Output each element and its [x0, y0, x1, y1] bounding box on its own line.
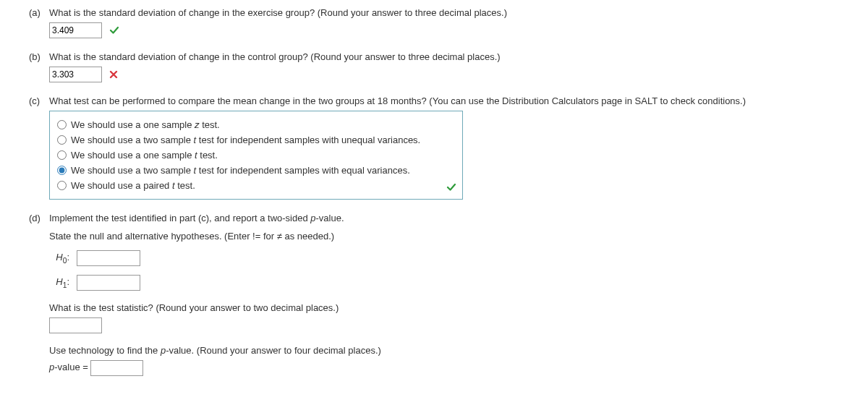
part-a-label: (a) — [29, 7, 49, 18]
choice-row: We should use a two sample t test for in… — [57, 163, 455, 178]
choice-text: We should use a one sample t test. — [71, 150, 218, 161]
h0-input[interactable] — [77, 250, 140, 266]
h1-input[interactable] — [77, 275, 140, 291]
h0-label: H0: — [49, 252, 69, 265]
part-d-line1: Implement the test identified in part (c… — [49, 213, 868, 223]
choice-row: We should use a one sample z test. — [57, 117, 455, 132]
radio-option-2[interactable] — [57, 135, 67, 145]
part-d-line2: State the null and alternative hypothese… — [49, 231, 868, 242]
h1-label: H1: — [49, 276, 69, 289]
radio-option-5[interactable] — [57, 181, 67, 190]
h1-row: H1: — [49, 275, 868, 291]
choice-text: We should use a two sample t test for in… — [71, 135, 420, 145]
part-c: (c) What test can be performed to compar… — [29, 95, 868, 200]
choice-row: We should use a paired t test. — [57, 178, 455, 193]
part-b: (b) What is the standard deviation of ch… — [29, 51, 868, 82]
h0-row: H0: — [49, 250, 868, 266]
radio-option-3[interactable] — [57, 150, 67, 160]
check-icon — [109, 25, 119, 35]
pvalue-block: Use technology to find the p-value. (Rou… — [49, 345, 868, 376]
part-a: (a) What is the standard deviation of ch… — [29, 7, 868, 38]
test-stat-question: What is the test statistic? (Round your … — [49, 302, 868, 313]
choice-row: We should use a one sample t test. — [57, 148, 455, 163]
radio-option-4[interactable] — [57, 166, 67, 175]
part-a-input[interactable] — [49, 22, 102, 38]
part-a-question: What is the standard deviation of change… — [49, 7, 868, 18]
test-stat-block: What is the test statistic? (Round your … — [49, 302, 868, 333]
part-b-question: What is the standard deviation of change… — [49, 51, 868, 62]
choice-text: We should use a two sample t test for in… — [71, 165, 410, 176]
choice-row: We should use a two sample t test for in… — [57, 132, 455, 148]
pvalue-question: Use technology to find the p-value. (Rou… — [49, 345, 868, 356]
choice-box: We should use a one sample z test. We sh… — [49, 111, 463, 200]
radio-option-1[interactable] — [57, 120, 67, 129]
choice-text: We should use a one sample z test. — [71, 119, 220, 130]
pvalue-label: p-value = — [49, 362, 90, 372]
part-d-label: (d) — [29, 213, 49, 223]
check-icon — [446, 182, 456, 195]
part-b-input[interactable] — [49, 67, 102, 82]
cross-icon — [109, 70, 118, 79]
part-c-label: (c) — [29, 95, 49, 106]
part-b-label: (b) — [29, 51, 49, 62]
part-d: (d) Implement the test identified in par… — [29, 213, 868, 376]
pvalue-input[interactable] — [90, 360, 143, 376]
test-stat-input[interactable] — [49, 317, 102, 333]
part-c-question: What test can be performed to compare th… — [49, 95, 868, 106]
choice-text: We should use a paired t test. — [71, 180, 195, 191]
